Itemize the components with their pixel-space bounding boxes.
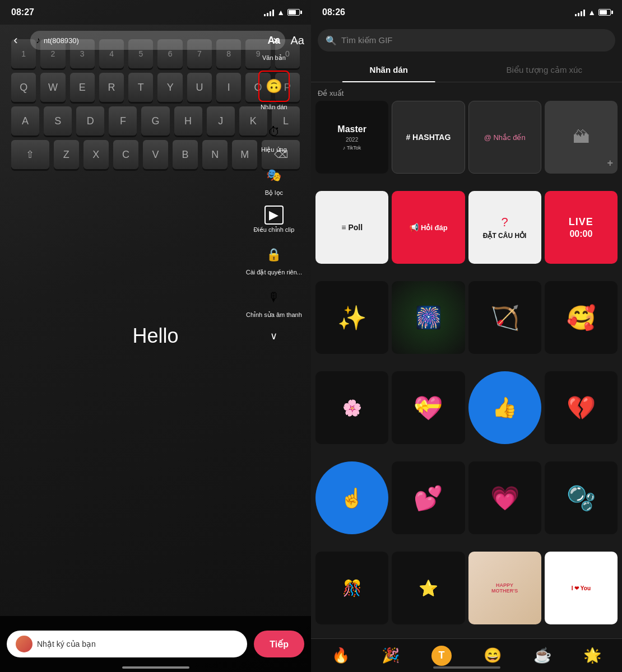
tool-adjust-clip[interactable]: ▶ Điều chỉnh clip <box>250 202 298 237</box>
poll-icon: ≡ <box>341 223 346 232</box>
sticker-arrow[interactable]: 🏹 <box>468 281 541 354</box>
sticker-ask[interactable]: ? ĐẶT CÂU HỎI <box>468 191 541 264</box>
sticker-photo[interactable]: 🏔 + <box>545 101 618 174</box>
sticker-master[interactable]: Master 2022 ♪ TikTok <box>315 101 388 174</box>
photo-plus-icon: + <box>607 157 613 169</box>
key-x: X <box>83 140 109 169</box>
chevron-down-icon: ∨ <box>270 330 277 342</box>
key-s: S <box>44 106 72 136</box>
audio-tool-icon: 🎙 <box>262 285 286 310</box>
key-t: T <box>128 73 153 102</box>
sticker-cry-heart[interactable]: 💔 <box>545 371 618 444</box>
sticker-i-love-you[interactable]: I ❤ You <box>545 552 618 624</box>
sticker-point-blue[interactable]: ☝ <box>315 461 388 534</box>
heart-wings-icon: 💝 <box>414 394 443 422</box>
master-line1: Master <box>337 124 366 134</box>
adjust-clip-label: Điều chỉnh clip <box>253 226 294 234</box>
key-g: G <box>141 106 169 136</box>
tool-sticker[interactable]: 🙃 Nhãn dán <box>255 67 293 114</box>
home-indicator-left <box>122 666 189 669</box>
sticker-heart-wings[interactable]: 💝 <box>392 371 465 444</box>
hello-overlay-text: Hello <box>132 324 178 348</box>
diary-avatar <box>16 636 33 652</box>
sticker-hearts-float[interactable]: 💕 <box>392 461 465 534</box>
sticker-flower[interactable]: 🌸 <box>315 371 388 444</box>
key-z: Z <box>54 140 79 169</box>
tool-filter[interactable]: 🎭 Bộ lọc <box>258 160 290 200</box>
sticker-mothers-day[interactable]: HAPPYMOTHER'S <box>468 552 541 624</box>
sticker-pink-heart[interactable]: 💗 <box>468 461 541 534</box>
cry-heart-icon: 💔 <box>567 394 596 422</box>
tool-effects[interactable]: ⏱ Hiệu ứng <box>258 116 290 157</box>
mention-text: @ Nhắc đến <box>484 133 526 142</box>
bottom-emoji-star[interactable]: 🌟 <box>583 647 601 664</box>
battery-fill <box>289 10 296 15</box>
qa-icon: 📢 <box>409 223 419 232</box>
sticker-hashtag[interactable]: # HASHTAG <box>392 101 465 174</box>
live-timer: 00:00 <box>569 229 592 239</box>
bottom-bar-left: Nhật ký của bạn Tiếp <box>0 616 311 672</box>
ask-question-icon: ? <box>502 215 508 230</box>
tab-sticker[interactable]: Nhãn dán <box>311 58 467 82</box>
poll-text: Poll <box>348 223 363 232</box>
bottom-emoji-coffee[interactable]: ☕ <box>533 647 551 664</box>
key-h: H <box>174 106 202 136</box>
arrow-icon: 🏹 <box>490 304 519 332</box>
back-button[interactable]: ‹ <box>7 33 25 48</box>
next-button[interactable]: Tiếp <box>254 631 304 657</box>
key-d: D <box>76 106 104 136</box>
glitter-stars-icon: ⭐ <box>419 579 438 598</box>
tool-audio[interactable]: 🎙 Chỉnh sửa âm thanh <box>243 282 305 322</box>
tool-privacy[interactable]: 🔒 Cài đặt quyền riên... <box>243 239 305 279</box>
right-time: 08:26 <box>322 7 345 17</box>
sticker-confetti[interactable]: 🎊 <box>315 552 388 624</box>
diary-label: Nhật ký của bạn <box>37 640 96 648</box>
confetti-icon: 🎊 <box>342 579 362 598</box>
effects-tool-label: Hiệu ứng <box>261 146 287 153</box>
mothers-day-text: HAPPYMOTHER'S <box>491 582 518 594</box>
key-j: J <box>207 106 235 136</box>
search-placeholder: Tìm kiếm GIF <box>341 35 393 45</box>
status-bar-left: 08:27 ▲ <box>0 0 311 25</box>
adjust-clip-icon: ▶ <box>264 206 284 225</box>
pink-heart-icon: 💗 <box>490 484 519 512</box>
bottom-emoji-fire[interactable]: 🔥 <box>332 647 350 664</box>
right-panel: 08:26 ▲ 🔍 Tìm kiếm GIF Nhãn dán Biểu tượ… <box>311 0 622 672</box>
key-f: F <box>109 106 137 136</box>
key-i: I <box>216 73 241 102</box>
privacy-tool-label: Cài đặt quyền riên... <box>246 269 302 276</box>
bottom-emoji-laugh[interactable]: 😄 <box>484 647 502 664</box>
fireworks-icon: 🎆 <box>415 305 442 330</box>
sticker-poll[interactable]: ≡ Poll <box>315 191 388 264</box>
home-indicator-right <box>433 666 500 669</box>
text-tool-label: Văn bản <box>262 54 286 62</box>
sticker-mention[interactable]: @ Nhắc đến <box>468 101 541 174</box>
key-n: N <box>202 140 228 169</box>
sticker-glitter-stars[interactable]: ⭐ <box>392 552 465 624</box>
sticker-fireworks[interactable]: 🎆 <box>392 281 465 354</box>
sticker-bubble-hearts[interactable]: 🫧 <box>545 461 618 534</box>
music-note-icon: ♪ <box>36 35 40 45</box>
sparkle-icon: ✨ <box>337 304 366 332</box>
tab-emoji[interactable]: Biểu tượng cảm xúc <box>467 58 623 82</box>
left-panel: 1 2 3 4 5 6 7 8 9 0 Q W E R T Y U I O <box>0 0 311 672</box>
tool-text[interactable]: Aa Văn bản <box>258 25 290 65</box>
key-a: A <box>11 106 39 136</box>
diary-button[interactable]: Nhật ký của bạn <box>7 631 247 657</box>
key-y: Y <box>157 73 182 102</box>
status-icons-left: ▲ <box>264 8 300 17</box>
chevron-down-button[interactable]: ∨ <box>267 324 281 346</box>
gif-search-bar[interactable]: 🔍 Tìm kiếm GIF <box>318 29 615 52</box>
key-q: Q <box>11 73 36 102</box>
sticker-live[interactable]: LIVE 00:00 <box>545 191 618 264</box>
sticker-qa[interactable]: 📢 Hỏi đáp <box>392 191 465 264</box>
hearts-float-icon: 💕 <box>414 484 443 512</box>
search-icon: 🔍 <box>326 35 337 46</box>
bottom-emoji-party[interactable]: 🎉 <box>382 647 400 664</box>
bottom-emoji-t[interactable]: T <box>431 646 452 666</box>
flower-icon: 🌸 <box>342 399 362 417</box>
sticker-thumb-blue[interactable]: 👍 <box>468 371 541 444</box>
sticker-heart-red[interactable]: 🥰 <box>545 281 618 354</box>
master-line2: 2022 <box>346 137 358 143</box>
sticker-sparkle1[interactable]: ✨ <box>315 281 388 354</box>
